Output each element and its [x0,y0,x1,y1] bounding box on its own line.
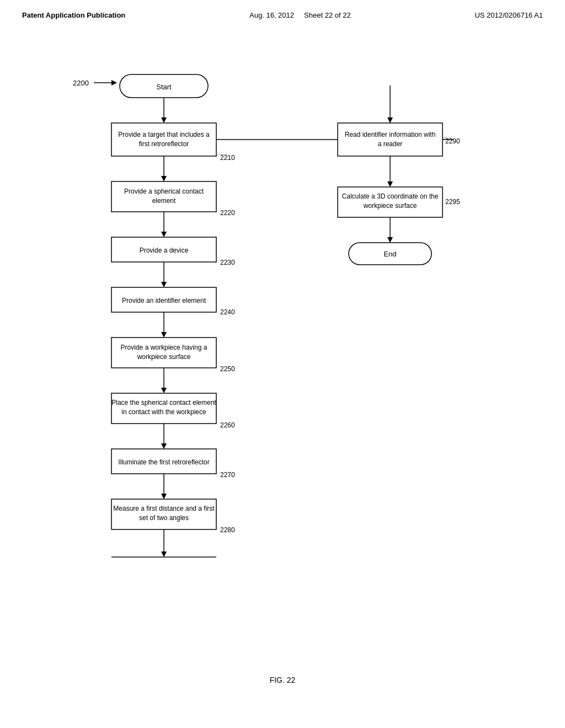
svg-text:2220: 2220 [220,209,235,217]
svg-text:Place the spherical contact el: Place the spherical contact element [111,399,216,406]
header-sheet: Sheet 22 of 22 [304,11,351,19]
svg-marker-72 [387,117,393,123]
svg-text:2250: 2250 [220,365,235,373]
header-patent-number: US 2012/0206716 A1 [475,11,543,19]
diagram-area: 2200 Start Provide a target that include… [22,36,543,684]
svg-marker-60 [387,181,393,187]
svg-marker-12 [161,176,167,181]
flowchart-svg: 2200 Start Provide a target that include… [34,36,531,670]
svg-marker-51 [161,552,167,557]
svg-rect-6 [111,123,216,156]
svg-marker-45 [161,494,167,499]
svg-text:Provide a spherical contact: Provide a spherical contact [124,188,204,195]
svg-text:in contact with the workpiece: in contact with the workpiece [121,408,206,416]
svg-text:a reader: a reader [378,140,403,148]
svg-text:2230: 2230 [220,259,235,266]
svg-text:2280: 2280 [220,526,235,534]
header-date-sheet: Aug. 16, 2012 Sheet 22 of 22 [249,11,351,19]
figure-caption: FIG. 22 [22,676,543,684]
svg-text:Provide a device: Provide a device [140,247,189,254]
svg-text:Provide a target that includes: Provide a target that includes a [118,131,210,138]
svg-text:Measure a first distance and a: Measure a first distance and a first [113,505,215,512]
svg-text:2270: 2270 [220,471,235,479]
page-header: Patent Application Publication Aug. 16, … [22,11,543,19]
diagram-number-label: 2200 [73,79,89,87]
svg-marker-66 [387,237,393,243]
svg-text:workpiece surface: workpiece surface [363,202,417,210]
svg-marker-40 [161,443,167,449]
svg-text:Illuminate the first retrorefl: Illuminate the first retroreflector [118,458,209,466]
svg-marker-34 [161,388,167,393]
svg-text:first retroreflector: first retroreflector [139,140,189,148]
svg-marker-28 [161,332,167,338]
svg-text:Provide an identifier element: Provide an identifier element [122,297,206,304]
page: Patent Application Publication Aug. 16, … [0,0,565,728]
svg-text:2295: 2295 [445,198,460,206]
svg-text:Calculate a 3D coordinate on t: Calculate a 3D coordinate on the [342,192,439,200]
svg-text:Start: Start [156,83,172,91]
header-date: Aug. 16, 2012 [249,11,294,19]
svg-text:2210: 2210 [220,154,235,162]
svg-text:workpiece surface: workpiece surface [137,353,191,361]
svg-marker-1 [111,80,117,85]
svg-marker-23 [161,282,167,287]
svg-text:Provide a workpiece having a: Provide a workpiece having a [121,344,207,351]
svg-text:Read identifier information wi: Read identifier information with [345,131,436,138]
svg-text:2260: 2260 [220,421,235,429]
svg-text:element: element [152,197,176,205]
svg-marker-5 [161,117,167,123]
svg-text:2290: 2290 [445,137,460,145]
svg-text:2240: 2240 [220,308,235,316]
svg-rect-54 [338,123,443,156]
svg-marker-18 [161,232,167,237]
header-publication-label: Patent Application Publication [22,11,125,19]
svg-text:set of two angles: set of two angles [139,514,189,522]
svg-text:End: End [383,250,396,258]
